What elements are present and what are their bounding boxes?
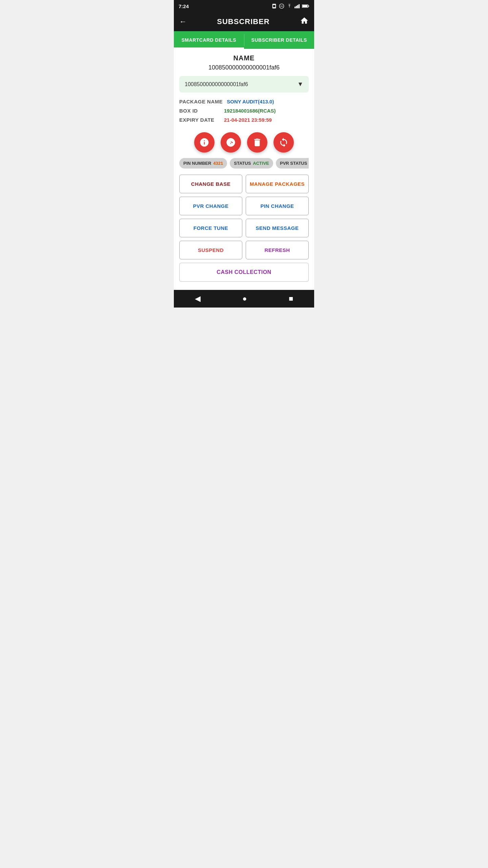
info-icon bbox=[199, 137, 209, 147]
svg-rect-1 bbox=[273, 5, 276, 7]
send-message-button[interactable]: SEND MESSAGE bbox=[246, 219, 309, 237]
expiry-date-value: 21-04-2021 23:59:59 bbox=[224, 117, 272, 123]
bottom-nav: ◀ ● ■ bbox=[174, 290, 314, 308]
home-button[interactable] bbox=[300, 16, 309, 27]
pin-number-label: PIN NUMBER bbox=[183, 161, 211, 166]
history-button[interactable] bbox=[221, 132, 241, 153]
main-content: NAME 100850000000000001faf6 100850000000… bbox=[174, 49, 314, 290]
expiry-date-row: EXPIRY DATE 21-04-2021 23:59:59 bbox=[179, 117, 309, 123]
do-not-disturb-icon bbox=[279, 3, 284, 9]
nav-back-button[interactable]: ◀ bbox=[195, 294, 201, 303]
manage-packages-button[interactable]: MANAGE PACKAGES bbox=[246, 175, 309, 193]
package-name-value: SONY AUDIT(413.0) bbox=[227, 99, 274, 104]
pin-change-button[interactable]: PIN CHANGE bbox=[246, 197, 309, 215]
force-tune-button[interactable]: FORCE TUNE bbox=[179, 219, 242, 237]
status-pill: STATUS ACTIVE bbox=[230, 158, 273, 169]
box-id-label: BOX ID bbox=[179, 108, 220, 114]
status-label: STATUS bbox=[234, 161, 251, 166]
svg-rect-4 bbox=[294, 7, 296, 8]
tab-smartcard-details[interactable]: SMARTCARD DETAILS bbox=[174, 31, 244, 49]
name-label: NAME bbox=[179, 54, 309, 62]
status-value: ACTIVE bbox=[253, 161, 269, 166]
info-button[interactable] bbox=[194, 132, 215, 153]
svg-rect-7 bbox=[299, 4, 300, 8]
suspend-button[interactable]: SUSPEND bbox=[179, 241, 242, 259]
refresh-button[interactable]: REFRESH bbox=[246, 241, 309, 259]
wifi-icon bbox=[286, 4, 292, 8]
svg-rect-5 bbox=[296, 6, 297, 8]
status-bar: 7:24 bbox=[174, 0, 314, 12]
signal-icon bbox=[294, 4, 300, 8]
svg-rect-6 bbox=[297, 5, 298, 8]
card-dropdown[interactable]: 100850000000000001faf6 ▼ bbox=[179, 76, 309, 93]
package-name-label: PACKAGE NAME bbox=[179, 99, 223, 104]
app-bar-title: SUBSCRIBER bbox=[217, 17, 269, 26]
dropdown-value: 100850000000000001faf6 bbox=[185, 81, 248, 87]
tab-subscriber-details[interactable]: SUBSCRIBER DETAILS bbox=[244, 31, 314, 49]
svg-rect-10 bbox=[302, 5, 307, 7]
tab-bar: SMARTCARD DETAILS SUBSCRIBER DETAILS bbox=[174, 31, 314, 49]
sync-icon bbox=[279, 137, 289, 147]
status-time: 7:24 bbox=[179, 3, 189, 9]
pvr-status-label: PVR STATUS bbox=[280, 161, 307, 166]
box-id-value: 192184001686(RCAS) bbox=[224, 108, 276, 114]
sim-icon bbox=[271, 3, 277, 9]
package-name-row: PACKAGE NAME SONY AUDIT(413.0) bbox=[179, 99, 309, 104]
card-number: 100850000000000001faf6 bbox=[179, 64, 309, 71]
clock-icon bbox=[226, 137, 236, 147]
status-icons bbox=[271, 3, 309, 9]
dropdown-arrow-icon: ▼ bbox=[297, 81, 303, 88]
app-bar: ← SUBSCRIBER bbox=[174, 12, 314, 31]
cash-collection-button[interactable]: CASH COLLECTION bbox=[179, 263, 309, 282]
nav-home-button[interactable]: ● bbox=[242, 294, 247, 303]
box-id-row: BOX ID 192184001686(RCAS) bbox=[179, 108, 309, 114]
action-buttons-grid: CHANGE BASE MANAGE PACKAGES PVR CHANGE P… bbox=[179, 175, 309, 259]
sync-button[interactable] bbox=[273, 132, 294, 153]
pin-number-pill: PIN NUMBER 4321 bbox=[179, 158, 227, 169]
pvr-change-button[interactable]: PVR CHANGE bbox=[179, 197, 242, 215]
pin-number-value: 4321 bbox=[213, 161, 223, 166]
action-icons-row bbox=[179, 132, 309, 153]
status-pills-row: PIN NUMBER 4321 STATUS ACTIVE PVR STATUS… bbox=[179, 158, 309, 169]
svg-rect-9 bbox=[308, 5, 309, 6]
pvr-status-pill: PVR STATUS Disabl bbox=[276, 158, 309, 169]
nav-recents-button[interactable]: ■ bbox=[289, 294, 293, 303]
delete-button[interactable] bbox=[247, 132, 267, 153]
battery-icon bbox=[302, 4, 309, 8]
change-base-button[interactable]: CHANGE BASE bbox=[179, 175, 242, 193]
back-button[interactable]: ← bbox=[179, 17, 187, 26]
expiry-date-label: EXPIRY DATE bbox=[179, 117, 220, 123]
delete-icon bbox=[252, 137, 262, 147]
